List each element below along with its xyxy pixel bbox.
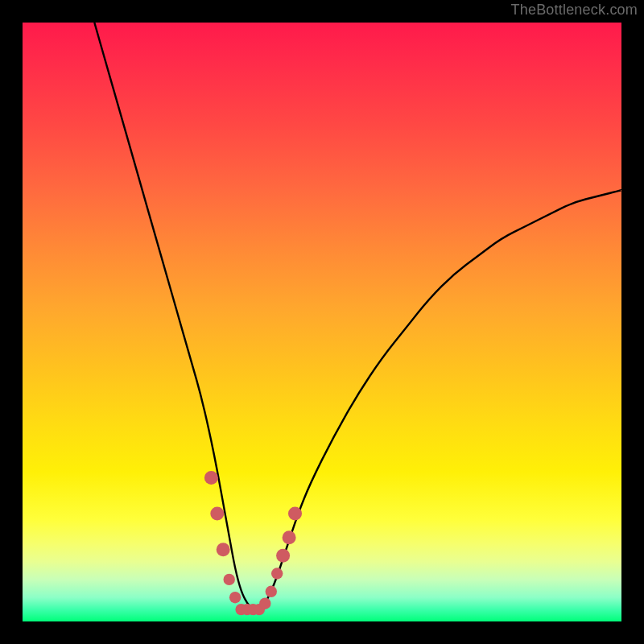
watermark-text: TheBottleneck.com: [511, 2, 638, 19]
bottleneck-curve: [94, 23, 621, 609]
marker-dot: [276, 549, 290, 563]
marker-dot: [283, 530, 296, 544]
marker-dot: [204, 471, 218, 485]
marker-dot: [224, 574, 235, 585]
curve-layer: [23, 23, 621, 621]
highlight-markers: [204, 471, 302, 615]
marker-dot: [288, 507, 302, 521]
marker-dot: [229, 592, 241, 603]
plot-area: [23, 23, 621, 621]
marker-dot: [210, 507, 224, 521]
marker-dot: [266, 586, 277, 597]
marker-dot: [259, 598, 270, 609]
marker-dot: [271, 568, 283, 579]
marker-dot: [217, 543, 230, 556]
chart-frame: TheBottleneck.com: [0, 0, 644, 644]
